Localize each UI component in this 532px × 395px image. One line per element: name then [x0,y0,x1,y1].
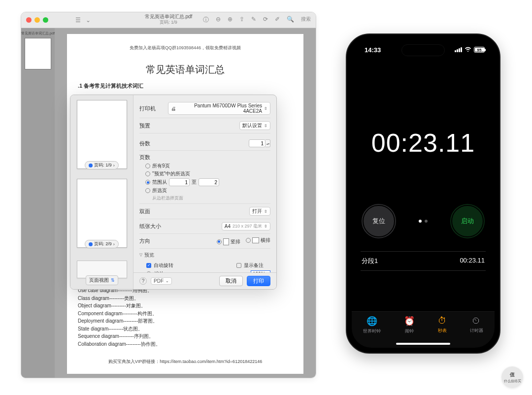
right-arrow-icon[interactable]: › [113,242,115,247]
doc-footer: 购买宝典加入VIP群链接：https://item.taobao.com/ite… [78,359,293,365]
tab-world-clock[interactable]: 🌐世界时钟 [363,316,381,334]
chevron-down-icon: ⌄ [166,279,169,283]
markup-icon[interactable]: ✐ [275,16,280,24]
search-field[interactable]: 搜索 [301,16,311,24]
window-title: 常见英语单词汇总.pdf 页码: 1/9 [145,14,193,25]
doc-top-note: 免费加入老杨高项QQ群1093598446，领取免费精讲视频 [78,45,293,51]
search-icon[interactable]: 🔍 [287,16,294,24]
close-icon[interactable] [26,17,32,23]
pdf-dropdown[interactable]: PDF⌄ [151,277,172,285]
zoom-out-icon[interactable]: ⊖ [216,16,221,24]
dynamic-island [401,44,445,56]
pages-range-radio[interactable]: 范围从 至 [145,178,270,186]
printer-select[interactable]: 🖨Pantum M6700DW Plus Series 4ACE2A⇳ [168,102,270,115]
info-icon[interactable]: ⓘ [203,16,209,24]
print-options-scroll[interactable]: 打印机 🖨Pantum M6700DW Plus Series 4ACE2A⇳ … [133,95,276,272]
pages-label: 页数 [139,154,270,161]
stopwatch-icon: ⏱ [438,316,447,326]
lap-list[interactable]: 分段1 00:23.11 [361,251,486,271]
iphone-screen: 14:33 95 00:23.11 复位 启动 分段1 00:23.11 🌐世界… [352,39,495,348]
watermark-badge: 值 什么值得买 [501,366,523,388]
tab-alarm[interactable]: ⏰闹钟 [404,316,415,334]
range-from-input[interactable] [169,178,190,186]
start-button[interactable]: 启动 [451,205,484,237]
battery-icon: 95 [474,47,485,53]
rotate-icon[interactable]: ⟳ [263,16,268,24]
chevron-updown-icon: ⇅ [111,278,115,283]
tab-bar: 🌐世界时钟 ⏰闹钟 ⏱秒表 ⏲计时器 [352,311,495,348]
zoom-in-icon[interactable]: ⊕ [228,16,233,24]
cancel-button[interactable]: 取消 [219,276,243,286]
preview-group-toggle[interactable]: ▽预览 [139,252,270,259]
sidebar-filename: 常见英语单词汇总.pdf [21,31,55,36]
pages-block: 页数 所有9页 "预览"中的所选页 范围从 至 所选页 从边栏选择页面 [139,151,270,204]
show-notes-checkbox[interactable] [236,263,241,268]
orientation-portrait[interactable]: 竖排 [217,238,240,245]
print-preview-thumb-1[interactable] [77,100,127,169]
range-to-input[interactable] [199,178,219,186]
page-indicator-2[interactable]: 页码: 2/9 › [85,240,119,248]
alarm-icon: ⏰ [404,316,415,327]
sidebar-thumbnail[interactable] [25,38,51,69]
wifi-icon [465,46,471,53]
pages-hint: 从边栏选择页面 [152,195,270,201]
highlight-icon[interactable]: ✎ [251,16,256,24]
preset-row: 预置 默认设置⇳ [139,118,270,133]
pages-preview-radio[interactable]: "预览"中的所选页 [145,170,270,177]
copies-input[interactable] [249,139,266,147]
landscape-icon [252,237,259,243]
doc-body: Use case diagram---------用例图。 Class diag… [78,287,293,348]
auto-rotate-checkbox[interactable]: ✓ [146,263,151,268]
duplex-row: 双面 打开⇳ [139,204,270,219]
orientation-row: 方向 竖排 横排 [139,234,270,249]
chevron-down-icon[interactable]: ⌄ [86,17,91,24]
copies-stepper[interactable]: ▴▾ [266,139,270,147]
minimize-icon[interactable] [34,17,40,23]
thumbnail-sidebar[interactable]: 常见英语单词汇总.pdf [21,28,55,378]
print-options-pane: 打印机 🖨Pantum M6700DW Plus Series 4ACE2A⇳ … [133,95,276,289]
print-preview-pane: 页码: 1/9 › 页码: 2/9 › 页面视图 ⇅ [70,95,133,289]
chevron-updown-icon: ⇳ [264,224,267,229]
lap-row: 分段1 00:23.11 [361,251,486,270]
preview-options-group: ▽预览 ✓自动旋转 显示备注 缩放: 缩放以适合: • 打印整个图像 填满纸张 … [139,249,270,273]
toolbar-left: ☰ ⌄ [75,17,91,24]
papersize-row: 纸张大小 A4 210 x 297 毫米⇳ [139,219,270,234]
preset-select[interactable]: 默认设置⇳ [239,121,270,130]
preview-view-selector[interactable]: 页面视图 ⇅ [86,275,118,285]
print-preview-thumb-2[interactable] [77,179,127,248]
print-dialog: 页码: 1/9 › 页码: 2/9 › 页面视图 ⇅ 打印机 🖨Pantum M… [70,95,277,290]
pages-selected-radio[interactable]: 所选页 [145,187,270,194]
page-indicator-1[interactable]: 页码: 1/9 › [85,161,119,169]
printer-row: 打印机 🖨Pantum M6700DW Plus Series 4ACE2A⇳ [139,99,270,118]
pages-all-radio[interactable]: 所有9页 [145,163,270,169]
stopwatch-time: 00:23.11 [352,128,495,158]
left-arrow-icon[interactable] [89,242,93,246]
tab-stopwatch[interactable]: ⏱秒表 [438,316,447,334]
title-text: 常见英语单词汇总.pdf [145,14,193,20]
home-indicator[interactable] [396,343,450,345]
help-button[interactable]: ? [139,277,147,285]
doc-section-heading: .1 备考常见计算机技术词汇 [78,82,293,90]
print-dialog-footer: ? PDF⌄ 取消 打印 [133,272,276,289]
reset-button[interactable]: 复位 [363,205,395,237]
fullscreen-icon[interactable] [43,17,48,23]
sidebar-toggle-icon[interactable]: ☰ [75,17,81,24]
share-icon[interactable]: ⇪ [239,16,244,24]
page-dots[interactable] [419,220,428,223]
doc-title: 常见英语单词汇总 [78,63,293,76]
left-arrow-icon[interactable] [89,164,93,167]
timer-icon: ⏲ [472,316,481,326]
chevron-updown-icon: ⇳ [264,209,267,214]
right-arrow-icon[interactable]: › [113,163,115,168]
tab-timer[interactable]: ⏲计时器 [470,316,483,334]
traffic-lights[interactable] [26,17,48,23]
print-button[interactable]: 打印 [247,276,270,286]
status-time: 14:33 [365,46,381,54]
title-subtitle: 页码: 1/9 [145,20,193,25]
disclosure-triangle-icon: ▽ [139,253,142,257]
orientation-landscape[interactable]: 横排 [246,237,270,244]
papersize-select[interactable]: A4 210 x 297 毫米⇳ [222,222,270,230]
chevron-updown-icon: ⇳ [264,124,267,128]
duplex-select[interactable]: 打开⇳ [249,207,270,216]
lap-label: 分段1 [362,257,378,265]
